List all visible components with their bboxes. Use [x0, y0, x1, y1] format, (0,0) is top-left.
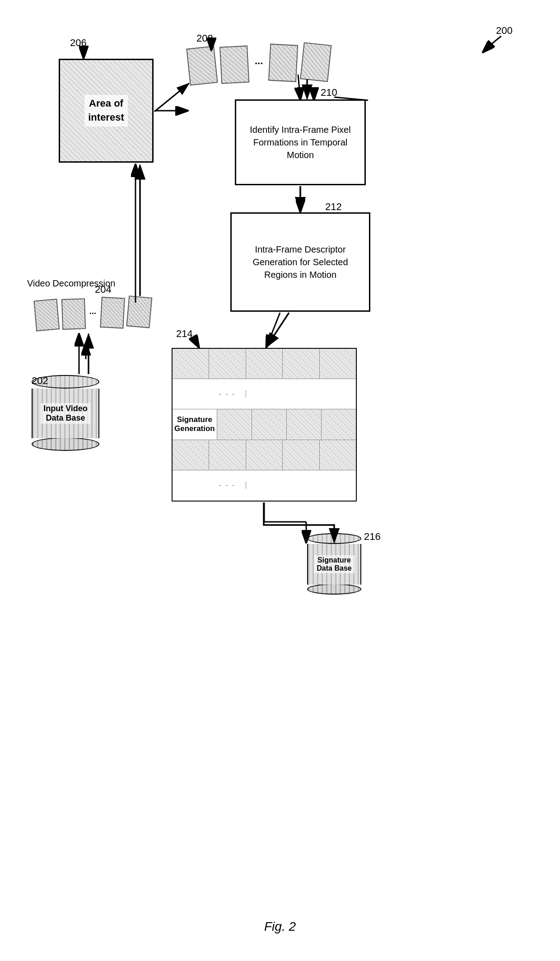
process-box-212: Intra-Frame Descriptor Generation for Se… — [230, 212, 370, 312]
ref-204: 204 — [95, 284, 112, 295]
fig-caption: Fig. 2 — [264, 919, 296, 934]
sig-cell-2-2: - - - — [209, 390, 246, 398]
sig-row-4 — [173, 440, 356, 470]
ref-200: 200 — [496, 25, 513, 37]
signature-db: Signature Data Base — [307, 533, 361, 595]
box210-label: Identify Intra-Frame Pixel Formations in… — [241, 123, 360, 161]
diagram-container: 200 206 Area of interest 208 ··· Identif… — [0, 0, 560, 961]
ref200-arrow — [483, 36, 501, 52]
sig-cell-3-5 — [322, 409, 356, 439]
ref-202: 202 — [32, 375, 48, 387]
frame-5 — [300, 42, 332, 82]
sig-row-2: - - - — [173, 379, 356, 409]
sig-cell-1-4 — [283, 349, 319, 379]
sig-table: - - - Signature Generation — [172, 348, 357, 502]
aoi-to-frames2 — [154, 84, 189, 112]
sig-cell-4-3 — [246, 440, 283, 470]
frame-204-5 — [126, 295, 152, 328]
sig-cell-1-1 — [173, 349, 209, 379]
ref-208: 208 — [196, 33, 213, 44]
box212-to-sig — [266, 313, 289, 347]
ref-212: 212 — [325, 201, 342, 213]
ref-214: 214 — [176, 328, 193, 340]
sig-gen-cell: Signature Generation — [173, 409, 217, 439]
sig-cell-4-1 — [173, 440, 209, 470]
ref-206: 206 — [70, 37, 87, 49]
sig-cell-1-5 — [320, 349, 356, 379]
frame-204-2 — [61, 298, 86, 330]
frames-group-204: ··· — [36, 298, 149, 329]
aoi-label: Area of interest — [84, 95, 127, 127]
sig-row-1 — [173, 349, 356, 379]
frame-1 — [186, 46, 218, 85]
cyl-top-216 — [307, 533, 361, 544]
box212-label: Intra-Frame Descriptor Generation for Se… — [236, 243, 364, 281]
frame-2 — [219, 46, 249, 84]
frames-group-208: ··· — [190, 45, 328, 82]
sig-cell-4-5 — [320, 440, 356, 470]
cyl-bottom-216 — [307, 584, 361, 595]
sig-cell-1-3 — [246, 349, 283, 379]
process-box-210: Identify Intra-Frame Pixel Formations in… — [235, 99, 366, 185]
aoi-box: Area of interest — [59, 59, 154, 163]
signature-db-label: Signature Data Base — [314, 555, 354, 573]
sig-cell-4-4 — [283, 440, 319, 470]
cyl-body-216: Signature Data Base — [307, 544, 361, 585]
sig-cell-5-2: - - - — [209, 482, 246, 489]
sig-cell-3-2 — [217, 409, 252, 439]
sig-row-5: - - - — [173, 470, 356, 501]
cyl-bottom-202 — [32, 437, 99, 451]
sig-cell-1-2 — [209, 349, 246, 379]
frame-204-1 — [33, 299, 60, 331]
cyl-body-202: Input Video Data Base — [32, 389, 99, 438]
box212-to-sigtable-arrow — [266, 313, 280, 347]
sig-table-inner: - - - Signature Generation — [173, 349, 356, 501]
frame-4 — [268, 44, 298, 82]
sig-cell-3-3 — [252, 409, 287, 439]
sig-cell-4-2 — [209, 440, 246, 470]
ref214-arrow — [194, 339, 199, 347]
frames-dots-204: ··· — [89, 309, 96, 319]
frames-dots-208: ··· — [255, 58, 263, 70]
ref-216: 216 — [364, 531, 381, 543]
sig-gen-label: Signature Generation — [174, 415, 215, 433]
sig-cell-3-4 — [287, 409, 322, 439]
frame-204-4 — [100, 297, 125, 329]
sig-row-3: Signature Generation — [173, 409, 356, 440]
ref-210: 210 — [321, 87, 337, 98]
input-video-db-label: Input Video Data Base — [41, 403, 90, 424]
